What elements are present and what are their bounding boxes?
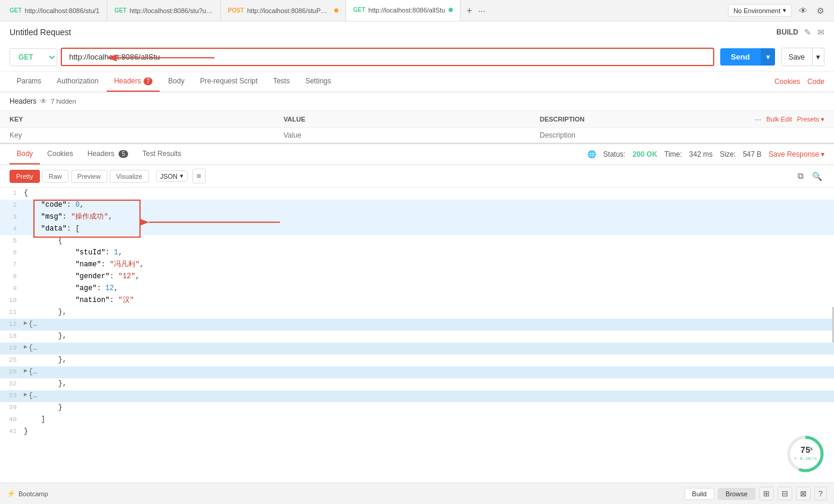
code-line-12: 12 ▶ {… [0,319,834,331]
line-num-18: 18 [0,331,24,342]
environment-selector[interactable]: No Environment ▾ [728,4,792,17]
time-label: Time: [664,150,682,158]
code-line-6: 6 "stuId": 1, [0,247,834,259]
settings-icon-btn[interactable]: ⚙ [814,5,827,17]
raw-view-button[interactable]: Raw [42,170,69,183]
code-line-41: 41 } [0,426,834,438]
line-content-26: {… [29,366,834,378]
method-dropdown[interactable]: GET [10,48,57,66]
code-line-32: 32 }, [0,378,834,390]
more-tabs-button[interactable]: ··· [478,6,486,15]
preview-view-button[interactable]: Preview [71,170,107,183]
send-dropdown-button[interactable]: ▾ [761,48,775,66]
tab-settings[interactable]: Settings [298,71,338,92]
line-num-6: 6 [0,247,24,259]
code-line-1: 1 { [0,188,834,200]
eye-icon[interactable]: 👁 [40,97,47,105]
line-content-41: } [24,426,834,437]
svg-text:%: % [810,446,813,452]
expand-19[interactable]: ▶ [24,343,27,352]
code-line-2: 2 "code": 0, [0,200,834,211]
layout-icon-3[interactable]: ⊠ [796,487,811,500]
help-icon-button[interactable]: ? [814,487,827,500]
tab-pre-request[interactable]: Pre-request Script [193,71,265,92]
mail-icon[interactable]: ✉ [817,27,824,37]
tab-params[interactable]: Params [10,71,48,92]
line-num-5: 5 [0,235,24,247]
bootcamp-button[interactable]: ⚡ Bootcamp [7,490,48,497]
tab-bar: GET http://localhost:8086/stu/1 GET http… [0,0,834,21]
expand-33[interactable]: ▶ [24,390,27,400]
env-label: No Environment [733,7,780,14]
layout-icon-2[interactable]: ⊟ [777,487,792,500]
line-content-40: ] [24,414,834,425]
line-content-9: "age": 12, [24,283,834,294]
tab-headers[interactable]: Headers7 [107,71,160,92]
save-dropdown-button[interactable]: ▾ [813,48,824,66]
save-response-button[interactable]: Save Response ▾ [768,150,824,158]
tab-3[interactable]: GET http://localhost:8086/allStu [346,0,461,21]
key-input[interactable] [10,131,284,139]
req-tab-right: Cookies Code [774,77,824,86]
search-icon-button[interactable]: 🔍 [810,170,824,182]
more-options-button[interactable]: ··· [755,114,762,124]
save-button[interactable]: Save [781,48,813,66]
tab-tests[interactable]: Tests [266,71,297,92]
col-desc-header: DESCRIPTION [540,116,755,123]
resp-tab-test-results[interactable]: Test Results [135,144,188,164]
pretty-view-button[interactable]: Pretty [10,170,40,183]
env-chevron-icon: ▾ [783,7,786,14]
edit-icon[interactable]: ✎ [804,27,811,37]
filter-button[interactable]: ≡ [192,169,206,183]
svg-text:+ 0.1K/s: + 0.1K/s [794,456,817,461]
eye-icon-btn[interactable]: 👁 [796,5,810,17]
tab-method-3: GET [353,7,366,13]
url-input[interactable] [61,48,714,66]
value-input[interactable] [284,131,540,139]
expand-26[interactable]: ▶ [24,366,27,376]
bottom-actions: Build Browse ⊞ ⊟ ⊠ ? [684,487,827,500]
build-link[interactable]: BUILD [776,28,798,36]
line-num-4: 4 [0,223,24,235]
browse-bottom-button[interactable]: Browse [718,488,755,500]
tab-body[interactable]: Body [161,71,191,92]
top-right-actions: No Environment ▾ 👁 ⚙ [728,4,832,17]
tab-0[interactable]: GET http://localhost:8086/stu/1 [2,0,107,21]
desc-input[interactable] [540,131,824,139]
tab-2[interactable]: POST http://localhost:8086/stuPagel... [221,0,346,21]
bootcamp-icon: ⚡ [7,490,15,497]
new-tab-button[interactable]: + [463,5,475,16]
resp-tab-cookies[interactable]: Cookies [40,144,80,164]
code-link[interactable]: Code [807,77,824,86]
line-content-18: }, [24,331,834,342]
presets-button[interactable]: Presets ▾ [797,116,824,123]
code-line-11: 11 }, [0,307,834,319]
visualize-view-button[interactable]: Visualize [110,170,149,183]
line-content-25: }, [24,354,834,366]
copy-icon-button[interactable]: ⧉ [795,170,806,182]
headers-label: Headers 👁 7 hidden [10,97,824,105]
code-line-18: 18 }, [0,331,834,343]
expand-12[interactable]: ▶ [24,319,27,328]
build-bottom-button[interactable]: Build [684,488,714,500]
line-num-33: 33 [0,390,24,402]
line-num-41: 41 [0,426,24,437]
send-button[interactable]: Send [720,48,761,66]
line-num-25: 25 [0,354,24,366]
layout-icon-1[interactable]: ⊞ [759,487,774,500]
resp-tab-headers[interactable]: Headers 5 [80,144,135,164]
tab-authorization[interactable]: Authorization [49,71,105,92]
bulk-edit-button[interactable]: Bulk Edit [766,116,792,123]
line-num-1: 1 [0,188,24,199]
line-content-7: "name": "冯凡利", [24,259,834,270]
resp-tab-body[interactable]: Body [10,144,40,164]
format-selector[interactable]: JSON ▾ [156,170,188,182]
line-num-9: 9 [0,283,24,294]
response-section: Body Cookies Headers 5 Test Results 🌐 St… [0,144,834,504]
tab-1[interactable]: GET http://localhost:8086/stu?userl.... [107,0,221,21]
code-line-9: 9 "age": 12, [0,283,834,295]
tab-actions: + ··· [463,5,485,16]
cookies-link[interactable]: Cookies [774,77,800,86]
line-num-32: 32 [0,378,24,390]
code-line-8: 8 "gender": "12", [0,271,834,283]
